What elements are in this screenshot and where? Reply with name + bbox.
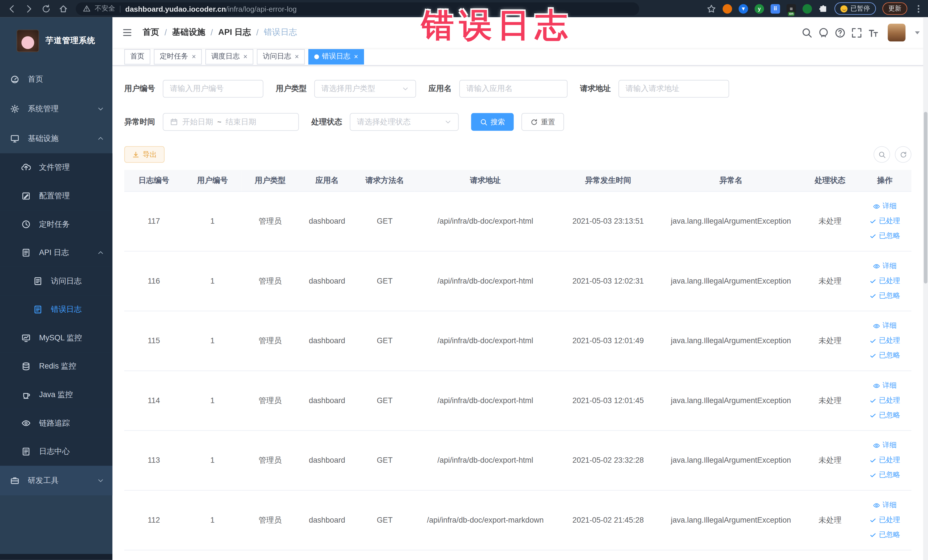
row-action-detail[interactable]: 详细 (860, 438, 909, 453)
sidebar-item-14[interactable]: 研发工具 (0, 466, 112, 496)
export-button[interactable]: 导出 (124, 146, 165, 163)
table-cell: dashboard (299, 490, 355, 550)
row-action-ignored[interactable]: 已忽略 (860, 229, 909, 243)
breadcrumb-item-1[interactable]: 基础设施 (172, 27, 205, 38)
sidebar-footer (0, 554, 112, 560)
ext-grid-icon[interactable]: ⠿ (771, 4, 780, 13)
column-header: 操作 (858, 170, 911, 191)
ext-puzzle-icon[interactable] (818, 4, 828, 13)
reset-button[interactable]: 重置 (522, 113, 564, 131)
sidebar-item-5[interactable]: 定时任务 (0, 210, 112, 238)
tab-close-icon[interactable]: × (192, 53, 196, 60)
eye-icon (873, 502, 880, 509)
browser-toolbar: 不安全 | dashboard.yudao.iocoder.cn/infra/l… (0, 0, 928, 17)
row-action-processed[interactable]: 已处理 (860, 453, 909, 468)
navbar-actions (801, 24, 928, 41)
tab-1[interactable]: 定时任务× (154, 49, 202, 64)
address-bar[interactable]: 不安全 | dashboard.yudao.iocoder.cn/infra/l… (76, 2, 639, 15)
table-row-5: 1121管理员dashboardGET/api/infra/db-doc/exp… (124, 490, 911, 550)
status-select[interactable]: 请选择处理状态 (350, 113, 459, 131)
row-action-detail[interactable]: 详细 (860, 378, 909, 393)
row-action-detail[interactable]: 详细 (860, 498, 909, 513)
row-action-ignored[interactable]: 已忽略 (860, 468, 909, 482)
page-scrollbar[interactable] (923, 17, 928, 560)
update-button[interactable]: 更新 (882, 2, 907, 15)
sidebar-item-7[interactable]: 访问日志 (0, 267, 112, 296)
tab-2[interactable]: 调度日志× (205, 49, 253, 64)
scrollbar-thumb[interactable] (924, 112, 927, 284)
row-action-detail[interactable]: 详细 (860, 318, 909, 333)
breadcrumb-item-0[interactable]: 首页 (143, 27, 159, 38)
row-action-ignored[interactable]: 已忽略 (860, 407, 909, 423)
row-action-processed[interactable]: 已处理 (860, 273, 909, 288)
sidebar-logo-row[interactable]: 芋道管理系统 (0, 17, 112, 64)
github-icon[interactable] (818, 27, 829, 38)
sidebar-item-1[interactable]: 系统管理 (0, 94, 112, 124)
row-action-processed[interactable]: 已处理 (860, 393, 909, 408)
row-action-processed[interactable]: 已处理 (860, 333, 909, 348)
row-action-processed[interactable]: 已处理 (860, 513, 909, 528)
filter-select-1[interactable]: 请选择用户类型 (314, 80, 416, 98)
row-action-ignored[interactable]: 已忽略 (860, 527, 909, 542)
ext-leaf-icon[interactable] (803, 4, 812, 13)
question-icon[interactable] (835, 27, 846, 38)
tab-close-icon[interactable]: × (295, 53, 299, 60)
tab-close-icon[interactable]: × (243, 53, 247, 60)
filter-status-group: 处理状态 请选择处理状态 (311, 113, 459, 131)
tab-close-icon[interactable]: × (354, 53, 358, 60)
tab-4[interactable]: 错误日志× (308, 49, 364, 64)
sidebar-item-8[interactable]: 错误日志 (0, 295, 112, 324)
filter-group-3: 请求地址请输入请求地址 (580, 80, 729, 98)
sidebar-item-4[interactable]: 配置管理 (0, 182, 112, 210)
row-action-ignored[interactable]: 已忽略 (860, 288, 909, 303)
sidebar-item-13[interactable]: 日志中心 (0, 437, 112, 466)
search-button[interactable]: 搜索 (471, 113, 513, 131)
row-action-ignored[interactable]: 已忽略 (860, 348, 909, 363)
sidebar-item-10[interactable]: Redis 监控 (0, 352, 112, 381)
fullscreen-icon[interactable] (851, 27, 862, 38)
refresh-table-button[interactable] (895, 146, 911, 163)
sidebar-item-11[interactable]: Java 监控 (0, 381, 112, 409)
browser-home-icon[interactable] (58, 4, 68, 13)
breadcrumb-item-2[interactable]: API 日志 (218, 27, 251, 38)
row-action-detail[interactable]: 详细 (860, 259, 909, 273)
check-icon (870, 337, 877, 344)
avatar-caret-icon[interactable] (915, 31, 920, 34)
ext-orange-icon[interactable] (723, 4, 732, 13)
show-search-toggle-button[interactable] (873, 146, 890, 163)
fontsize-icon[interactable] (867, 27, 879, 38)
user-avatar[interactable] (888, 24, 905, 41)
check-icon (870, 277, 877, 284)
ext-dark-on-icon[interactable]: ≡on (786, 4, 796, 13)
filter-input-2[interactable]: 请输入应用名 (459, 80, 568, 98)
ext-green-y-icon[interactable]: y (754, 4, 764, 13)
filter-input-3[interactable]: 请输入请求地址 (618, 80, 729, 98)
sidebar-item-12[interactable]: 链路追踪 (0, 409, 112, 438)
database-icon (21, 362, 31, 371)
table-cell: 1 (183, 191, 241, 251)
tab-3[interactable]: 访问日志× (257, 49, 305, 64)
browser-back-icon[interactable] (7, 4, 17, 13)
search-icon (480, 118, 488, 126)
ext-location-icon[interactable]: ▼ (739, 4, 748, 13)
browser-forward-icon[interactable] (24, 4, 34, 13)
search-icon[interactable] (801, 27, 812, 38)
tab-0[interactable]: 首页 (124, 49, 150, 64)
profile-paused-chip[interactable]: 已暂停 (835, 2, 876, 15)
browser-reload-icon[interactable] (41, 4, 51, 13)
column-header: 请求地址 (414, 170, 556, 191)
sidebar-collapse-icon[interactable] (122, 27, 132, 38)
filter-input-0[interactable]: 请输入用户编号 (163, 80, 264, 98)
row-action-processed[interactable]: 已处理 (860, 214, 909, 229)
bookmark-star-icon[interactable] (707, 4, 716, 13)
action-label: 已忽略 (879, 468, 901, 482)
date-start-placeholder: 开始日期 (182, 117, 213, 127)
date-range-picker[interactable]: 开始日期 ~ 结束日期 (163, 113, 299, 131)
row-action-detail[interactable]: 详细 (860, 199, 909, 214)
browser-menu-kebab-icon[interactable] (914, 4, 923, 13)
sidebar-item-6[interactable]: API 日志 (0, 238, 112, 267)
sidebar-item-3[interactable]: 文件管理 (0, 153, 112, 182)
sidebar-item-0[interactable]: 首页 (0, 64, 112, 94)
sidebar-item-9[interactable]: MySQL 监控 (0, 324, 112, 352)
sidebar-item-2[interactable]: 基础设施 (0, 124, 112, 154)
